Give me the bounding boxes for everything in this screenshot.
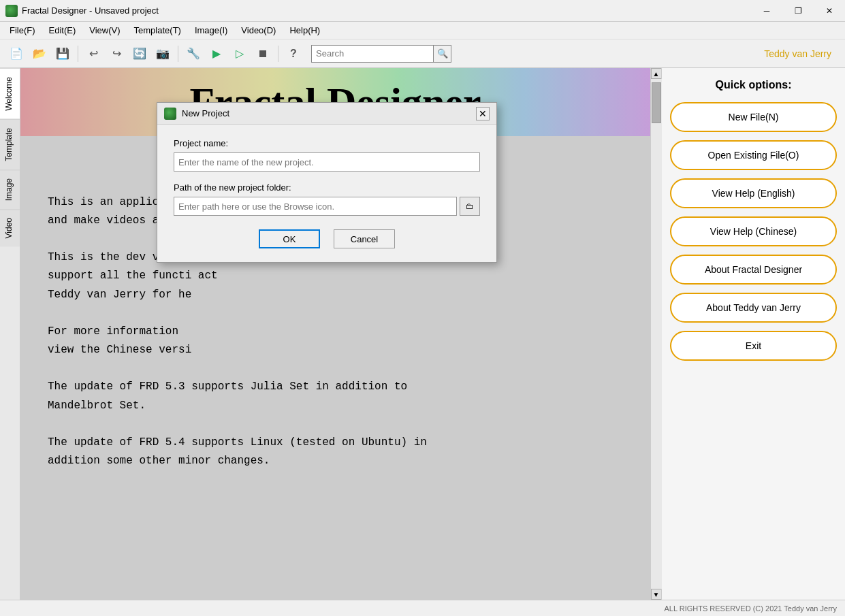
settings-button[interactable]: 🔧: [182, 43, 204, 65]
about-fractal-designer-button[interactable]: About Fractal Designer: [670, 255, 837, 285]
minimize-button[interactable]: ─: [751, 0, 782, 22]
quick-options-title: Quick options:: [670, 79, 837, 91]
toolbar-separator-1: [78, 46, 78, 62]
path-row: 🗀: [174, 197, 480, 216]
redo-button[interactable]: ↪: [106, 43, 127, 65]
dialog-close-button[interactable]: ✕: [476, 107, 490, 120]
new-button[interactable]: 📄: [5, 43, 27, 65]
toolbar: 📄 📂 💾 ↩ ↪ 🔄 📷 🔧 ▶ ▷ ⏹ ? 🔍 Teddy van Jerr…: [0, 39, 845, 68]
open-button[interactable]: 📂: [29, 43, 50, 65]
window-title: Fractal Designer - Unsaved project: [22, 5, 159, 16]
dialog-overlay: New Project ✕ Project name: Path of the …: [20, 68, 650, 600]
close-button[interactable]: ✕: [814, 0, 845, 22]
open-existing-button[interactable]: Open Existing File(O): [670, 140, 837, 170]
scroll-up-button[interactable]: ▲: [651, 68, 662, 79]
view-help-chinese-button[interactable]: View Help (Chinese): [670, 216, 837, 246]
search-box: 🔍: [311, 45, 451, 63]
new-file-button[interactable]: New File(N): [670, 102, 837, 132]
dialog-cancel-button[interactable]: Cancel: [334, 229, 395, 248]
new-project-dialog: New Project ✕ Project name: Path of the …: [157, 102, 497, 263]
tab-video[interactable]: Video: [0, 209, 20, 246]
window-controls: ─ ❐ ✕: [751, 0, 845, 22]
toolbar-separator-2: [178, 46, 178, 62]
undo-button[interactable]: ↩: [82, 43, 104, 65]
play2-button[interactable]: ▷: [229, 43, 251, 65]
project-name-input[interactable]: [174, 152, 480, 172]
scroll-thumb[interactable]: [652, 82, 661, 123]
dialog-buttons: OK Cancel: [174, 229, 480, 248]
toolbar-separator-3: [278, 46, 278, 62]
statusbar: ALL RIGHTS RESERVED (C) 2021 Teddy van J…: [0, 600, 845, 616]
screenshot-button[interactable]: 📷: [152, 43, 174, 65]
user-label: Teddy van Jerry: [764, 48, 840, 59]
tab-welcome[interactable]: Welcome: [0, 68, 20, 119]
right-panel: Quick options: New File(N) Open Existing…: [661, 68, 845, 600]
path-label: Path of the new project folder:: [174, 182, 480, 193]
browse-button[interactable]: 🗀: [460, 197, 480, 216]
project-name-label: Project name:: [174, 138, 480, 148]
main-layout: Welcome Template Image Video Fractal Des…: [0, 68, 845, 600]
play-button[interactable]: ▶: [206, 43, 227, 65]
menu-edit[interactable]: Edit(E): [42, 24, 83, 37]
about-teddy-van-jerry-button[interactable]: About Teddy van Jerry: [670, 293, 837, 323]
dialog-body: Project name: Path of the new project fo…: [157, 125, 496, 262]
side-tabs: Welcome Template Image Video: [0, 68, 20, 600]
stop-button[interactable]: ⏹: [252, 43, 274, 65]
scroll-track[interactable]: [651, 79, 662, 589]
refresh-button[interactable]: 🔄: [129, 43, 150, 65]
exit-button[interactable]: Exit: [670, 331, 837, 361]
maximize-button[interactable]: ❐: [782, 0, 814, 22]
search-icon-button[interactable]: 🔍: [434, 45, 451, 63]
dialog-titlebar: New Project ✕: [157, 103, 496, 125]
menubar: File(F) Edit(E) View(V) Template(T) Imag…: [0, 22, 845, 39]
scroll-down-button[interactable]: ▼: [651, 589, 662, 600]
view-help-english-button[interactable]: View Help (English): [670, 178, 837, 208]
dialog-title: New Project: [182, 108, 476, 118]
help-button[interactable]: ?: [283, 43, 304, 65]
menu-template[interactable]: Template(T): [127, 24, 188, 37]
tab-image[interactable]: Image: [0, 169, 20, 209]
path-input[interactable]: [174, 197, 457, 216]
welcome-page: Fractal Designer Welcome! This is an app…: [20, 68, 650, 600]
titlebar: Fractal Designer - Unsaved project ─ ❐ ✕: [0, 0, 845, 22]
menu-image[interactable]: Image(I): [188, 24, 234, 37]
app-icon: [5, 5, 18, 17]
save-button[interactable]: 💾: [52, 43, 74, 65]
scrollbar[interactable]: ▲ ▼: [650, 68, 661, 600]
dialog-ok-button[interactable]: OK: [259, 229, 320, 248]
menu-file[interactable]: File(F): [3, 24, 42, 37]
status-text: ALL RIGHTS RESERVED (C) 2021 Teddy van J…: [664, 604, 837, 613]
menu-view[interactable]: View(V): [82, 24, 127, 37]
content-area: Fractal Designer Welcome! This is an app…: [20, 68, 845, 600]
menu-video[interactable]: Video(D): [234, 24, 283, 37]
tab-template[interactable]: Template: [0, 119, 20, 169]
menu-help[interactable]: Help(H): [283, 24, 327, 37]
dialog-icon: [164, 108, 176, 120]
search-input[interactable]: [311, 45, 434, 63]
